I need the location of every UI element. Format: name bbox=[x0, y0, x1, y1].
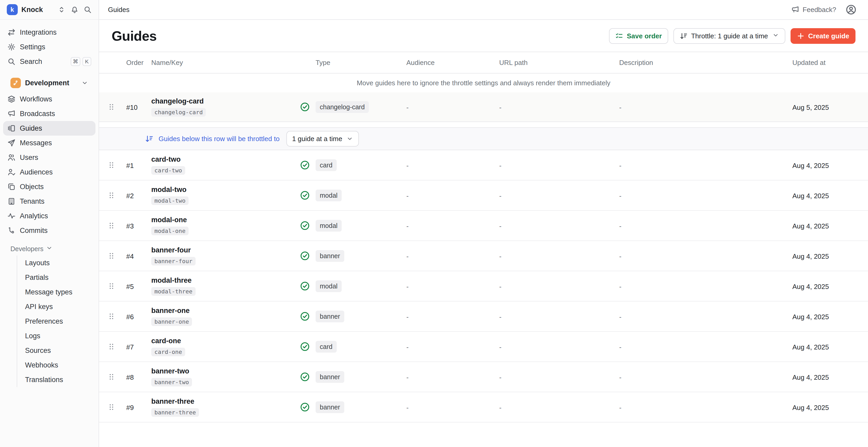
guide-row[interactable]: #5 modal-three modal-three modal - - - A… bbox=[99, 271, 868, 301]
guide-url-path: - bbox=[499, 222, 501, 230]
drag-handle-icon[interactable] bbox=[107, 282, 126, 290]
guide-type-badge: card bbox=[316, 341, 337, 353]
guide-updated-at: Aug 4, 2025 bbox=[793, 222, 829, 230]
guide-audience: - bbox=[406, 162, 409, 169]
sidebar-item-guides[interactable]: Guides bbox=[3, 121, 95, 136]
developers-section-label: Developers bbox=[10, 245, 43, 253]
sidebar-item-integrations[interactable]: Integrations bbox=[3, 25, 95, 40]
guide-row[interactable]: #4 banner-four banner-four banner - - - … bbox=[99, 241, 868, 271]
plus-icon bbox=[797, 32, 805, 40]
guide-order: #2 bbox=[126, 192, 134, 200]
drag-handle-icon[interactable] bbox=[107, 191, 126, 199]
sidebar-item-tenants[interactable]: Tenants bbox=[3, 194, 95, 209]
sidebar-item-broadcasts[interactable]: Broadcasts bbox=[3, 106, 95, 121]
guide-description: - bbox=[619, 283, 622, 290]
guide-name: banner-four bbox=[151, 246, 191, 254]
bell-icon[interactable] bbox=[70, 5, 79, 14]
guide-key-badge: card-two bbox=[151, 166, 185, 175]
save-order-button[interactable]: Save order bbox=[609, 28, 668, 44]
checklist-icon bbox=[615, 32, 623, 40]
drag-handle-icon[interactable] bbox=[107, 252, 126, 260]
drag-handle-icon[interactable] bbox=[107, 312, 126, 321]
sidebar-item-label: Preferences bbox=[25, 317, 63, 325]
guide-updated-at: Aug 4, 2025 bbox=[793, 404, 829, 412]
chevrons-up-down-icon[interactable] bbox=[57, 5, 66, 14]
sidebar-item-message-types[interactable]: Message types bbox=[17, 285, 95, 299]
sidebar-item-messages[interactable]: Messages bbox=[3, 136, 95, 150]
search-icon[interactable] bbox=[84, 5, 92, 14]
sidebar-item-label: Message types bbox=[25, 288, 72, 296]
drag-handle-icon[interactable] bbox=[107, 103, 126, 111]
sidebar-item-search[interactable]: Search⌘K bbox=[3, 54, 95, 69]
guide-url-path: - bbox=[499, 374, 501, 381]
column-header-url-path: URL path bbox=[499, 59, 619, 67]
developers-section-toggle[interactable]: Developers bbox=[6, 242, 92, 256]
sidebar-item-commits[interactable]: Commits bbox=[3, 223, 95, 238]
guide-row[interactable]: #1 card-two card-two card - - - Aug 4, 2… bbox=[99, 150, 868, 181]
guide-key-badge: modal-two bbox=[151, 196, 189, 205]
guide-row[interactable]: #8 banner-two banner-two banner - - - Au… bbox=[99, 362, 868, 392]
sidebar-item-translations[interactable]: Translations bbox=[17, 373, 95, 387]
guide-row[interactable]: #9 banner-three banner-three banner - - … bbox=[99, 392, 868, 422]
sidebar: k Knock IntegrationsSettingsSearch⌘K Dev… bbox=[0, 0, 99, 447]
throttle-settings-button[interactable]: Throttle: 1 guide at a time bbox=[674, 28, 785, 44]
guide-row[interactable]: #3 modal-one modal-one modal - - - Aug 4… bbox=[99, 211, 868, 241]
sidebar-item-layouts[interactable]: Layouts bbox=[17, 256, 95, 270]
feedback-button[interactable]: Feedback? bbox=[791, 5, 836, 14]
sidebar-item-label: Workflows bbox=[20, 95, 52, 103]
drag-handle-icon[interactable] bbox=[107, 343, 126, 351]
drag-handle-icon[interactable] bbox=[107, 373, 126, 381]
sidebar-item-preferences[interactable]: Preferences bbox=[17, 314, 95, 329]
check-circle-icon bbox=[300, 402, 316, 412]
sidebar-item-logs[interactable]: Logs bbox=[17, 329, 95, 343]
guide-row[interactable]: #2 modal-two modal-two modal - - - Aug 4… bbox=[99, 181, 868, 211]
sidebar-item-label: Partials bbox=[25, 274, 49, 282]
drag-handle-icon[interactable] bbox=[107, 403, 126, 411]
sidebar-item-label: Tenants bbox=[20, 197, 44, 205]
sidebar-item-label: Users bbox=[20, 154, 38, 162]
guide-description: - bbox=[619, 252, 622, 260]
environment-switcher[interactable]: Development bbox=[6, 75, 92, 91]
guide-row[interactable]: #7 card-one card-one card - - - Aug 4, 2… bbox=[99, 332, 868, 362]
drag-handle-icon[interactable] bbox=[107, 221, 126, 230]
throttle-select[interactable]: 1 guide at a time bbox=[286, 131, 359, 147]
sidebar-item-objects[interactable]: Objects bbox=[3, 180, 95, 194]
sidebar-item-label: Webhooks bbox=[25, 361, 58, 369]
account-menu-button[interactable] bbox=[845, 4, 857, 15]
guide-row[interactable]: #6 banner-one banner-one banner - - - Au… bbox=[99, 301, 868, 332]
sidebar-item-partials[interactable]: Partials bbox=[17, 270, 95, 285]
sidebar-item-analytics[interactable]: Analytics bbox=[3, 209, 95, 223]
create-guide-label: Create guide bbox=[808, 32, 849, 40]
guide-audience: - bbox=[406, 313, 409, 321]
guide-order: #9 bbox=[126, 404, 134, 412]
guide-key-badge: banner-one bbox=[151, 317, 192, 326]
guide-updated-at: Aug 4, 2025 bbox=[793, 313, 829, 321]
environment-label: Development bbox=[25, 79, 69, 87]
guide-updated-at: Aug 4, 2025 bbox=[793, 374, 829, 381]
sidebar-item-sources[interactable]: Sources bbox=[17, 343, 95, 358]
guide-audience: - bbox=[406, 103, 409, 111]
breadcrumb: Guides bbox=[108, 6, 129, 14]
sidebar-item-workflows[interactable]: Workflows bbox=[3, 92, 95, 106]
sidebar-item-label: Settings bbox=[20, 43, 45, 51]
guide-row[interactable]: #10 changelog-card changelog-card change… bbox=[99, 92, 868, 122]
person-check-icon bbox=[7, 168, 16, 176]
guide-name: card-two bbox=[151, 155, 181, 163]
sidebar-item-audiences[interactable]: Audiences bbox=[3, 165, 95, 180]
guide-type-badge: banner bbox=[316, 402, 344, 413]
guide-updated-at: Aug 4, 2025 bbox=[793, 252, 829, 260]
sidebar-item-users[interactable]: Users bbox=[3, 150, 95, 165]
sidebar-item-settings[interactable]: Settings bbox=[3, 40, 95, 54]
column-header-updated-at: Updated at bbox=[793, 59, 856, 67]
sidebar-item-api-keys[interactable]: API keys bbox=[17, 299, 95, 314]
guide-name: modal-two bbox=[151, 186, 186, 194]
drag-handle-icon[interactable] bbox=[107, 161, 126, 169]
sidebar-item-label: API keys bbox=[25, 303, 53, 311]
create-guide-button[interactable]: Create guide bbox=[790, 28, 856, 44]
column-header-type: Type bbox=[316, 59, 406, 67]
page-header: Guides Save order Throttle: 1 guide at a… bbox=[99, 20, 868, 52]
chevron-down-icon bbox=[82, 79, 88, 86]
guide-order: #1 bbox=[126, 162, 134, 169]
sort-desc-icon bbox=[680, 32, 687, 40]
sidebar-item-webhooks[interactable]: Webhooks bbox=[17, 358, 95, 373]
